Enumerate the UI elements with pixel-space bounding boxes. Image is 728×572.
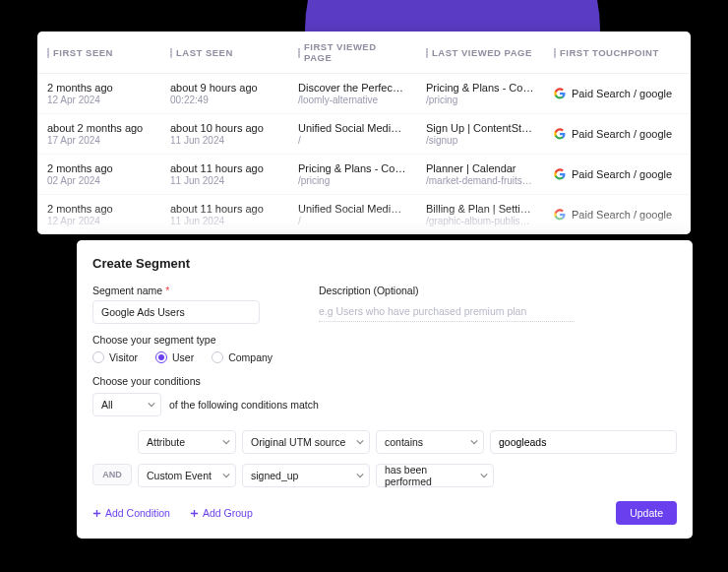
table-row[interactable]: 2 months ago12 Apr 2024 about 9 hours ag… xyxy=(37,74,691,114)
condition-rule: Attribute Original UTM source contains xyxy=(138,430,677,454)
segment-title: Create Segment xyxy=(92,256,677,271)
column-header-label: FIRST TOUCHPOINT xyxy=(560,47,659,58)
cell-touchpoint: Paid Search / google xyxy=(544,114,691,154)
description-input[interactable] xyxy=(319,300,575,322)
chevron-down-icon xyxy=(356,438,364,446)
match-mode-select[interactable]: All xyxy=(92,393,161,416)
cell-first-page: Unified Social Media Management/ xyxy=(288,114,416,154)
table-row[interactable]: about 2 months ago17 Apr 2024 about 10 h… xyxy=(37,114,691,155)
segment-type-radio-user[interactable]: User xyxy=(155,351,194,363)
plus-icon xyxy=(92,509,101,518)
conditions-label: Choose your conditions xyxy=(92,375,677,387)
google-icon xyxy=(554,168,566,180)
rule-field-select[interactable]: Original UTM source xyxy=(242,430,370,454)
chevron-down-icon xyxy=(470,438,478,446)
rule-operator-select[interactable]: contains xyxy=(376,430,484,454)
cell-first-seen: about 2 months ago17 Apr 2024 xyxy=(37,114,160,154)
chevron-down-icon xyxy=(222,438,230,446)
cell-last-page: Pricing & Plans - ContentStudio/pricing xyxy=(416,74,544,113)
table-header-row: FIRST SEENLAST SEENFIRST VIEWED PAGELAST… xyxy=(37,32,691,74)
plus-icon xyxy=(190,509,199,518)
radio-icon xyxy=(212,351,223,363)
column-header-label: LAST VIEWED PAGE xyxy=(432,47,532,58)
drag-handle-icon xyxy=(298,48,300,56)
cell-first-page: Unified Social Media Management/ xyxy=(288,195,416,234)
update-button[interactable]: Update xyxy=(616,501,677,525)
add-group-button[interactable]: Add Group xyxy=(190,507,253,519)
drag-handle-icon xyxy=(170,48,172,56)
segment-name-label: Segment name * xyxy=(92,285,260,296)
drag-handle-icon xyxy=(426,48,428,56)
column-header[interactable]: LAST VIEWED PAGE xyxy=(416,32,544,73)
cell-last-seen: about 9 hours ago00:22:49 xyxy=(160,74,288,113)
create-segment-card: Create Segment Segment name * Descriptio… xyxy=(77,240,693,539)
rules-container: Attribute Original UTM source contains A… xyxy=(138,430,677,487)
cell-first-seen: 2 months ago12 Apr 2024 xyxy=(37,195,160,234)
column-header-label: FIRST VIEWED PAGE xyxy=(304,41,406,63)
drag-handle-icon xyxy=(47,48,49,56)
chevron-down-icon xyxy=(148,401,155,409)
rule-kind-select[interactable]: Custom Event xyxy=(138,464,236,487)
google-icon xyxy=(554,209,566,221)
match-tail-text: of the following conditions match xyxy=(169,399,319,411)
rule-field-select[interactable]: signed_up xyxy=(242,464,370,487)
data-table-card: FIRST SEENLAST SEENFIRST VIEWED PAGELAST… xyxy=(37,32,691,234)
condition-rule: AND Custom Event signed_up has been perf… xyxy=(92,464,677,487)
google-icon xyxy=(554,88,566,99)
column-header[interactable]: FIRST VIEWED PAGE xyxy=(288,32,416,73)
and-operator-chip[interactable]: AND xyxy=(92,464,132,485)
radio-icon xyxy=(92,351,104,363)
chevron-down-icon xyxy=(222,472,230,479)
add-condition-button[interactable]: Add Condition xyxy=(92,507,170,519)
column-header[interactable]: FIRST SEEN xyxy=(37,32,160,73)
cell-last-page: Sign Up | ContentStudio/signup xyxy=(416,114,544,154)
radio-label: Visitor xyxy=(109,351,138,363)
column-header[interactable]: FIRST TOUCHPOINT xyxy=(544,32,691,73)
segment-type-radio-visitor[interactable]: Visitor xyxy=(92,351,138,363)
cell-last-seen: about 11 hours ago11 Jun 2024 xyxy=(160,155,288,194)
cell-first-seen: 2 months ago12 Apr 2024 xyxy=(37,74,160,113)
segment-type-radio-company[interactable]: Company xyxy=(212,351,273,363)
radio-label: User xyxy=(172,351,194,363)
chevron-down-icon xyxy=(480,472,488,479)
column-header-label: FIRST SEEN xyxy=(53,47,113,58)
radio-label: Company xyxy=(228,351,273,363)
table-row[interactable]: 2 months ago12 Apr 2024 about 11 hours a… xyxy=(37,195,691,234)
segment-name-input[interactable] xyxy=(92,300,260,324)
description-label: Description (Optional) xyxy=(319,285,677,296)
cell-touchpoint: Paid Search / google xyxy=(544,155,691,194)
google-icon xyxy=(554,128,566,140)
rule-kind-select[interactable]: Attribute xyxy=(138,430,236,454)
drag-handle-icon xyxy=(554,48,556,56)
radio-icon xyxy=(155,351,167,363)
segment-type-label: Choose your segment type xyxy=(92,334,677,346)
column-header-label: LAST SEEN xyxy=(176,47,233,58)
cell-first-page: Discover the Perfect Loomly Alternative/… xyxy=(288,74,416,113)
rule-operator-select[interactable]: has been performed xyxy=(376,464,494,487)
cell-touchpoint: Paid Search / google xyxy=(544,195,691,234)
cell-first-seen: 2 months ago02 Apr 2024 xyxy=(37,155,160,194)
cell-first-page: Pricing & Plans - ContentStudio/pricing xyxy=(288,155,416,194)
table-body: 2 months ago12 Apr 2024 about 9 hours ag… xyxy=(37,74,691,234)
cell-last-page: Planner | Calendar/market-demand-fruits/… xyxy=(416,155,544,194)
rule-value-input[interactable] xyxy=(490,430,677,454)
cell-touchpoint: Paid Search / google xyxy=(544,74,691,113)
column-header[interactable]: LAST SEEN xyxy=(160,32,288,73)
table-row[interactable]: 2 months ago02 Apr 2024 about 11 hours a… xyxy=(37,155,691,195)
cell-last-seen: about 10 hours ago11 Jun 2024 xyxy=(160,114,288,154)
segment-type-radios: Visitor User Company xyxy=(92,351,677,363)
chevron-down-icon xyxy=(356,472,364,479)
cell-last-page: Billing & Plan | Settings/graphic-album-… xyxy=(416,195,544,234)
cell-last-seen: about 11 hours ago11 Jun 2024 xyxy=(160,195,288,234)
